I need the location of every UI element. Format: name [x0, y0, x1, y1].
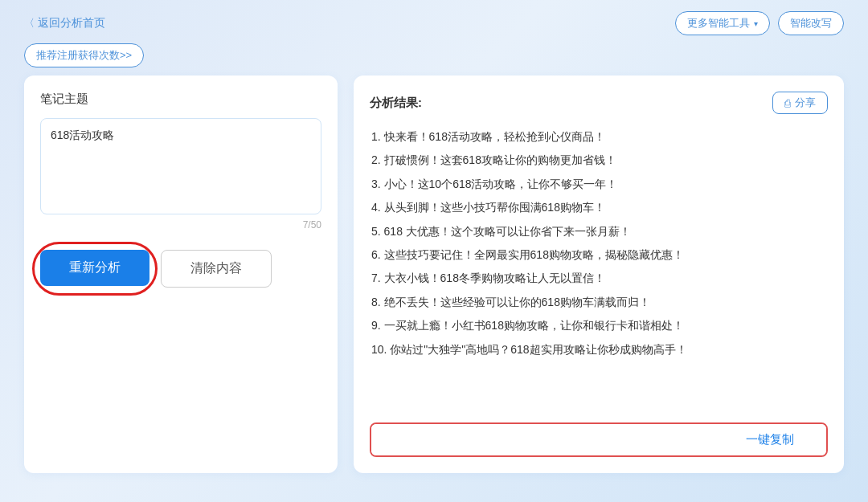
- copy-button[interactable]: 一键复制: [371, 424, 826, 455]
- more-tools-label: 更多智能工具: [687, 16, 750, 31]
- list-item: 3. 小心！这10个618活动攻略，让你不够买一年！: [370, 173, 828, 196]
- back-link[interactable]: 〈 返回分析首页: [24, 16, 105, 31]
- list-item: 7. 大衣小钱！618冬季购物攻略让人无以置信！: [370, 267, 828, 290]
- result-header: 分析结果: ⎙ 分享: [370, 92, 828, 114]
- list-item: 4. 从头到脚！这些小技巧帮你囤满618购物车！: [370, 196, 828, 219]
- clear-button[interactable]: 清除内容: [161, 250, 272, 288]
- recommend-button[interactable]: 推荐注册获得次数>>: [24, 43, 144, 67]
- list-item: 5. 618 大优惠！这个攻略可以让你省下来一张月薪！: [370, 220, 828, 243]
- share-label: 分享: [795, 96, 816, 110]
- top-right-toolbar: 更多智能工具 ▾ 智能改写: [675, 11, 844, 35]
- right-panel: 分析结果: ⎙ 分享 1. 快来看！618活动攻略，轻松抢到心仪商品！2. 打破…: [354, 76, 844, 473]
- chevron-down-icon: ▾: [754, 19, 758, 28]
- note-input[interactable]: [40, 118, 321, 214]
- reanalyze-label: 重新分析: [69, 260, 121, 274]
- list-item: 8. 绝不丢失！这些经验可以让你的618购物车满载而归！: [370, 291, 828, 314]
- copy-bar: 一键复制: [370, 422, 828, 457]
- chevron-left-icon: 〈: [24, 16, 35, 31]
- reanalyze-button[interactable]: 重新分析: [40, 250, 149, 286]
- list-item: 10. 你站过"大独学"高地吗？618超实用攻略让你秒成购物高手！: [370, 338, 828, 361]
- share-icon: ⎙: [784, 97, 791, 109]
- copy-label: 一键复制: [746, 432, 794, 446]
- share-button[interactable]: ⎙ 分享: [772, 92, 828, 114]
- action-buttons: 重新分析 清除内容: [40, 250, 321, 288]
- smart-rewrite-label: 智能改写: [790, 17, 832, 29]
- main-content: 笔记主题 7/50 重新分析 清除内容 分析结果: ⎙ 分享 1. 快来看！61…: [0, 76, 868, 489]
- note-theme-label: 笔记主题: [40, 92, 321, 107]
- list-item: 6. 这些技巧要记住！全网最实用618购物攻略，揭秘隐藏优惠！: [370, 243, 828, 267]
- list-item: 2. 打破惯例！这套618攻略让你的购物更加省钱！: [370, 149, 828, 172]
- result-label: 分析结果:: [370, 96, 422, 111]
- more-tools-button[interactable]: 更多智能工具 ▾: [675, 11, 770, 35]
- clear-label: 清除内容: [190, 261, 242, 275]
- smart-rewrite-button[interactable]: 智能改写: [778, 11, 844, 35]
- list-item: 1. 快来看！618活动攻略，轻松抢到心仪商品！: [370, 125, 828, 149]
- recommend-bar: 推荐注册获得次数>>: [0, 43, 868, 76]
- list-item: 9. 一买就上瘾！小红书618购物攻略，让你和银行卡和谐相处！: [370, 314, 828, 337]
- char-count: 7/50: [40, 219, 321, 231]
- left-panel: 笔记主题 7/50 重新分析 清除内容: [24, 76, 338, 473]
- reanalyze-wrapper: 重新分析: [40, 250, 149, 288]
- recommend-label: 推荐注册获得次数>>: [36, 49, 132, 61]
- result-list: 1. 快来看！618活动攻略，轻松抢到心仪商品！2. 打破惯例！这套618攻略让…: [370, 125, 828, 410]
- back-label: 返回分析首页: [38, 16, 105, 31]
